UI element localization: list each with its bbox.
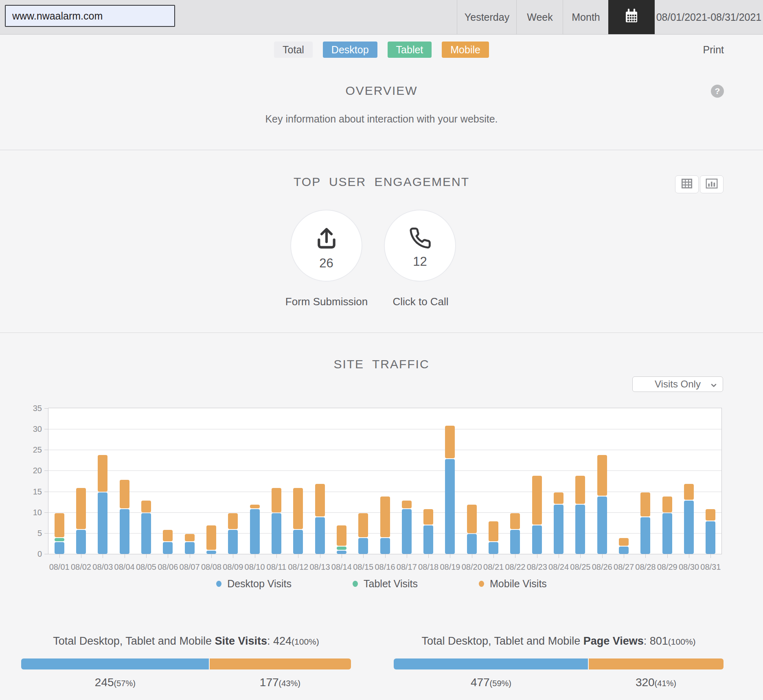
x-axis-tick [450, 554, 450, 558]
date-range[interactable]: 08/01/2021-08/31/2021 [655, 0, 763, 34]
tab-yesterday[interactable]: Yesterday [457, 0, 517, 34]
y-axis-label: 5 [25, 528, 42, 538]
filter-desktop-button[interactable]: Desktop [323, 42, 377, 58]
y-axis-label: 35 [25, 404, 42, 413]
x-axis-tick [710, 554, 711, 558]
x-axis-label: 08/23 [527, 562, 547, 572]
bar-segment [315, 484, 325, 516]
bar-segment [337, 547, 346, 550]
x-axis-label: 08/26 [592, 562, 612, 572]
bar-segment [358, 538, 368, 554]
bar-chart-icon [706, 178, 718, 190]
bar-segment [640, 517, 650, 554]
y-axis-tick [44, 554, 48, 554]
bar-segment [554, 492, 563, 504]
page-views-summary-title: Total Desktop, Tablet and Mobile Page Vi… [394, 635, 724, 649]
x-axis-label: 08/16 [375, 562, 395, 572]
bar-segment [228, 530, 238, 554]
x-axis-tick [385, 554, 386, 558]
x-axis-label: 08/24 [548, 562, 569, 572]
calendar-icon [623, 7, 640, 27]
x-axis-tick [580, 554, 581, 558]
bar-segment [141, 513, 151, 554]
filter-total-button[interactable]: Total [274, 42, 313, 58]
help-icon[interactable]: ? [711, 85, 724, 98]
bar-segment [55, 542, 64, 554]
filter-tablet-button[interactable]: Tablet [388, 42, 432, 58]
calendar-button[interactable] [608, 0, 655, 34]
x-axis-label: 08/11 [267, 562, 287, 572]
legend-dot-tablet [353, 581, 358, 587]
bar-segment [423, 509, 433, 525]
gridline [48, 450, 721, 450]
overview-subtitle: Key information about interaction with y… [0, 113, 763, 125]
x-axis-tick [81, 554, 81, 558]
bar-segment [706, 521, 715, 554]
x-axis-label: 08/21 [483, 562, 504, 572]
chevron-down-icon [710, 381, 718, 392]
bar-segment [163, 542, 173, 554]
x-axis-label: 08/29 [657, 562, 677, 572]
x-axis-tick [298, 554, 298, 558]
x-axis-label: 08/13 [310, 562, 330, 572]
bar-segment [662, 513, 672, 554]
print-button[interactable]: Print [703, 44, 724, 56]
bar-segment [206, 551, 216, 554]
x-axis-tick [103, 554, 103, 558]
legend-dot-mobile [479, 581, 484, 587]
legend-tablet-visits[interactable]: Tablet Visits [353, 578, 418, 590]
engagement-title: TOP USER ENGAGEMENT [0, 175, 763, 189]
bar-segment [120, 509, 129, 554]
y-axis-label: 15 [25, 487, 42, 496]
y-axis-tick [44, 512, 48, 513]
bar-segment [467, 534, 477, 554]
bar-segment [489, 542, 498, 554]
url-input[interactable] [5, 5, 175, 27]
table-view-button[interactable] [675, 175, 699, 193]
tab-month[interactable]: Month [563, 0, 609, 34]
summary-segment-label: 177(43%) [260, 676, 300, 689]
bar-segment [532, 525, 542, 554]
bar-segment [293, 530, 303, 554]
bar-segment [402, 501, 412, 508]
x-axis-label: 08/03 [92, 562, 113, 572]
x-axis-tick [276, 554, 277, 558]
legend-desktop-visits[interactable]: Desktop Visits [216, 578, 292, 590]
x-axis-label: 08/30 [679, 562, 699, 572]
bar-segment [141, 501, 151, 512]
visits-only-dropdown[interactable]: Visits Only [632, 376, 723, 392]
y-axis-tick [44, 408, 48, 409]
site-visits-summary: Total Desktop, Tablet and Mobile Site Vi… [21, 635, 351, 694]
site-traffic-chart: 0510152025303508/0108/0208/0308/0408/050… [48, 408, 722, 554]
bar-segment [76, 530, 86, 554]
bar-segment [98, 455, 107, 492]
summary-bar-segment [589, 658, 724, 669]
legend-mobile-visits[interactable]: Mobile Visits [479, 578, 547, 590]
x-axis-tick [125, 554, 125, 558]
bar-segment [358, 513, 368, 537]
x-axis-label: 08/18 [418, 562, 439, 572]
section-divider [0, 150, 763, 150]
bar-segment [597, 497, 607, 554]
device-filter-row: Total Desktop Tablet Mobile [0, 42, 763, 58]
x-axis-tick [342, 554, 342, 558]
bar-segment [55, 513, 64, 537]
x-axis-tick [320, 554, 320, 558]
bar-segment [206, 525, 216, 549]
x-axis-tick [493, 554, 494, 558]
page-views-summary-bar [394, 658, 724, 669]
tab-week[interactable]: Week [516, 0, 563, 34]
x-axis-label: 08/02 [71, 562, 91, 572]
x-axis-label: 08/08 [201, 562, 221, 572]
x-axis-tick [515, 554, 515, 558]
bar-segment [532, 476, 542, 525]
chart-view-button[interactable] [700, 175, 724, 193]
x-axis-tick [472, 554, 472, 558]
legend-label: Tablet Visits [364, 578, 418, 590]
filter-mobile-button[interactable]: Mobile [442, 42, 489, 58]
x-axis-label: 08/10 [245, 562, 265, 572]
x-axis-tick [363, 554, 364, 558]
x-axis-label: 08/15 [353, 562, 373, 572]
bar-segment [402, 509, 412, 554]
x-axis-tick [146, 554, 147, 558]
